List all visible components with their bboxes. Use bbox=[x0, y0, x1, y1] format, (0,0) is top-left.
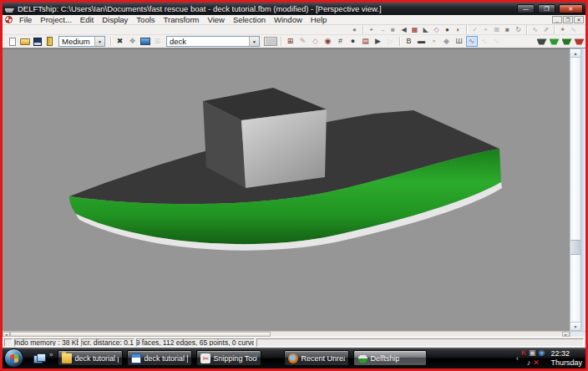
vertical-scrollbar-thumb[interactable] bbox=[570, 240, 580, 255]
hull-shaded-icon-glyph bbox=[550, 38, 560, 45]
interior-edges-icon[interactable]: ❖ bbox=[127, 36, 139, 47]
menu-item-project[interactable]: Project... bbox=[36, 15, 76, 24]
intersect-layers-icon[interactable]: ⊞ bbox=[492, 25, 502, 34]
volume-icon[interactable]: ♪ bbox=[527, 359, 531, 367]
tray-expand-icon[interactable]: ‹ bbox=[516, 354, 519, 363]
task-button-deck-tutorial-pics[interactable]: deck tutorial pics bbox=[58, 350, 123, 366]
hull-sections-icon[interactable] bbox=[561, 36, 573, 47]
precision-dropdown[interactable]: Medium▼ bbox=[58, 36, 105, 47]
grid-icon: ⊞ bbox=[152, 36, 164, 47]
curve-icon-glyph: ∿ bbox=[532, 27, 538, 33]
menu-item-help[interactable]: Help bbox=[307, 15, 332, 24]
background-image-icon[interactable] bbox=[139, 36, 151, 47]
toolbar-point-tools: ●+→■◀▦◣◇●◗✓+⊞■↻∿⇗✦∿ bbox=[3, 25, 585, 35]
layer-dropdown[interactable]: deck▼ bbox=[166, 36, 260, 47]
vertical-scrollbar[interactable]: ▲ ▼ bbox=[570, 48, 581, 331]
check-model-icon[interactable]: ✓ bbox=[470, 25, 480, 34]
tag-icon[interactable]: ◇ bbox=[310, 36, 322, 47]
menu-item-transform[interactable]: Transform bbox=[160, 15, 204, 24]
minimize-button[interactable]: — bbox=[517, 4, 535, 13]
menu-item-file[interactable]: File bbox=[15, 15, 36, 24]
folder-icon bbox=[62, 353, 72, 363]
mdi-minimize-button[interactable]: _ bbox=[552, 16, 562, 23]
lock-points-icon[interactable]: ■ bbox=[503, 25, 513, 34]
dropdown-arrow-icon[interactable]: ▼ bbox=[249, 37, 259, 46]
name-tag-icon[interactable]: ◇ bbox=[432, 25, 442, 34]
scroll-down-icon[interactable]: ▼ bbox=[570, 322, 580, 330]
save-file-icon[interactable] bbox=[32, 36, 43, 47]
wireframe-icon[interactable]: ✖ bbox=[114, 36, 126, 47]
align-icon[interactable]: ⇗ bbox=[541, 25, 551, 34]
point-ball-icon[interactable]: ● bbox=[443, 25, 453, 34]
fair-curve-icon[interactable]: ∿ bbox=[569, 25, 579, 34]
dropdown-arrow-icon[interactable]: ▼ bbox=[94, 37, 104, 46]
grab-icon[interactable]: ◗ bbox=[454, 25, 464, 34]
flowline-icon[interactable]: ◆ bbox=[441, 36, 453, 47]
quick-launch-chevron-icon[interactable]: » bbox=[49, 351, 53, 358]
face-normal-icon[interactable]: ◉ bbox=[322, 36, 334, 47]
move-point-icon[interactable]: + bbox=[367, 25, 377, 34]
mdi-child-icon[interactable] bbox=[5, 16, 13, 23]
control-net-icon[interactable]: ⊞ bbox=[285, 36, 297, 47]
shade-sphere-icon[interactable]: ● bbox=[350, 25, 360, 34]
task-button-snipping-tool[interactable]: Snipping Tool bbox=[196, 350, 261, 366]
curve-icon[interactable]: ∿ bbox=[530, 25, 540, 34]
mesh-icon[interactable]: # bbox=[335, 36, 347, 47]
plane-icon[interactable]: ■ bbox=[388, 25, 398, 34]
new-file-icon[interactable] bbox=[7, 36, 18, 47]
deckhouse-front-face bbox=[241, 109, 327, 188]
toolbar-separator bbox=[526, 25, 527, 34]
task-button-label: Recent Unread Topi... bbox=[301, 354, 345, 363]
task-button-delftship[interactable]: Delftship bbox=[353, 350, 427, 366]
safely-remove-icon[interactable]: ▣ bbox=[529, 349, 536, 357]
insert-plane-icon[interactable]: + bbox=[481, 25, 491, 34]
face-normal-icon-glyph: ◉ bbox=[325, 38, 332, 45]
zebra-icon[interactable]: ▶ bbox=[373, 36, 384, 47]
hull-lines-icon[interactable] bbox=[536, 36, 548, 47]
perspective-viewport[interactable] bbox=[3, 48, 570, 331]
task-button-recent-unread-topi[interactable]: Recent Unread Topi... bbox=[284, 350, 349, 366]
markers-icon[interactable]: ▬ bbox=[416, 36, 428, 47]
antivirus-tray-icon[interactable]: K bbox=[521, 349, 526, 357]
network-tray-icon[interactable]: ◉ bbox=[539, 349, 545, 357]
switch-windows-icon[interactable] bbox=[33, 353, 44, 363]
menu-item-edit[interactable]: Edit bbox=[76, 15, 98, 24]
menu-item-selection[interactable]: Selection bbox=[229, 15, 270, 24]
taskbar-clock[interactable]: 22:32 Thursday bbox=[547, 349, 582, 368]
new-curve-icon[interactable]: ∿ bbox=[466, 36, 478, 47]
maximize-button[interactable]: ❐ bbox=[538, 4, 555, 13]
app-icon[interactable] bbox=[5, 5, 14, 13]
background-image-icon-glyph bbox=[140, 38, 150, 45]
start-button[interactable] bbox=[4, 348, 23, 368]
lackenby-icon[interactable]: ✦ bbox=[558, 25, 568, 34]
shaded-view-icon[interactable]: ● bbox=[347, 36, 359, 47]
corner-icon[interactable]: ◣ bbox=[421, 25, 431, 34]
collapse-icon[interactable]: ◀ bbox=[399, 25, 409, 34]
open-file-icon[interactable] bbox=[19, 36, 31, 47]
remove-face-icon[interactable]: ▦ bbox=[410, 25, 420, 34]
horizontal-scrollbar[interactable]: ◄ ► bbox=[3, 331, 585, 337]
mdi-window-controls: _ ❐ ✕ bbox=[552, 16, 584, 23]
import-export-icon[interactable] bbox=[44, 36, 56, 47]
project-line-icon[interactable]: → bbox=[378, 25, 388, 34]
menu-item-view[interactable]: View bbox=[203, 15, 228, 24]
hull-zones-icon[interactable] bbox=[574, 36, 585, 47]
mdi-close-button[interactable]: ✕ bbox=[574, 16, 584, 23]
scroll-up-icon[interactable]: ▲ bbox=[570, 49, 580, 58]
mute-x-icon[interactable]: ✕ bbox=[533, 359, 540, 367]
hull-lines-icon-glyph bbox=[537, 38, 547, 45]
task-button-deck-tutorial-comp[interactable]: deck tutorial [Comp... bbox=[127, 350, 192, 366]
menu-item-window[interactable]: Window bbox=[270, 15, 307, 24]
hull-shaded-icon[interactable] bbox=[549, 36, 560, 47]
gauss-curvature-icon[interactable]: ▤ bbox=[360, 36, 372, 47]
close-button[interactable]: ✕ bbox=[559, 4, 583, 13]
control-point-icon[interactable]: ◦ bbox=[428, 36, 440, 47]
mdi-restore-button[interactable]: ❐ bbox=[563, 16, 573, 23]
menu-item-display[interactable]: Display bbox=[98, 15, 132, 24]
rotate-icon[interactable]: ↻ bbox=[514, 25, 524, 34]
layer-color-swatch[interactable] bbox=[263, 36, 278, 47]
check-doc-icon[interactable]: B bbox=[403, 36, 415, 47]
curve-pencil-icon[interactable]: ✎ bbox=[297, 36, 309, 47]
menu-item-tools[interactable]: Tools bbox=[132, 15, 159, 24]
curvature-comb-icon[interactable]: Ш bbox=[454, 36, 465, 47]
